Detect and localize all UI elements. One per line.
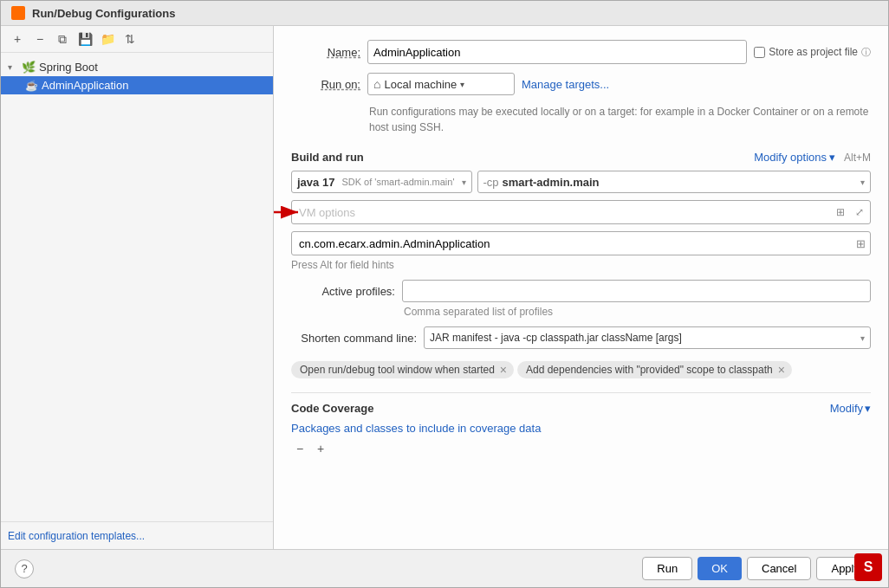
coverage-hint: Packages and classes to include in cover… [291, 422, 871, 435]
app-icon [11, 6, 25, 20]
vm-options-field: ⊞ ⤢ [291, 200, 871, 224]
cp-select[interactable]: -cp smart-admin.main ▾ [477, 171, 871, 193]
code-coverage-header: Code Coverage Modify ▾ [291, 402, 871, 415]
shorten-select[interactable]: JAR manifest - java -cp classpath.jar cl… [424, 326, 871, 349]
save-config-button[interactable]: 💾 [75, 29, 94, 48]
profiles-row: Active profiles: [291, 280, 871, 302]
home-icon: ⌂ [373, 77, 380, 91]
shorten-row: Shorten command line: JAR manifest - jav… [291, 326, 871, 349]
java-icon: ☕ [25, 80, 38, 92]
name-label: Name: [291, 46, 360, 59]
config-tree: ▾ 🌿 Spring Boot ☕ AdminApplication [1, 53, 273, 521]
main-class-field: ⊞ [291, 231, 871, 255]
ok-button[interactable]: OK [698, 557, 742, 580]
store-checkbox[interactable] [754, 47, 765, 58]
remove-config-button[interactable]: − [30, 29, 49, 48]
browse-icon[interactable]: ⊞ [856, 237, 866, 250]
chip-2: Add dependencies with "provided" scope t… [517, 361, 792, 378]
help-button[interactable]: ? [15, 559, 34, 578]
copy-config-button[interactable]: ⧉ [53, 29, 72, 48]
active-profiles-input[interactable] [402, 280, 871, 302]
coverage-highlight: coverage data [470, 422, 541, 435]
sort-config-button[interactable]: ⇅ [120, 29, 140, 48]
store-label: Store as project file [769, 46, 858, 58]
chip-1-close[interactable]: × [500, 364, 507, 376]
vm-icons: ⊞ ⤢ [833, 204, 867, 220]
bottom-bar: ? Run OK Cancel Apply [1, 549, 888, 587]
chevron-down-icon: ▾ [462, 178, 466, 187]
main-content: + − ⧉ 💾 📁 ⇅ ▾ 🌿 Spring Boot ☕ AdminAppli [1, 26, 888, 549]
sdk-version: java 17 [297, 176, 334, 189]
title-bar: Run/Debug Configurations [1, 1, 888, 26]
sdk-row: java 17 SDK of 'smart-admin.main' ▾ -cp … [291, 171, 871, 193]
add-config-button[interactable]: + [8, 29, 27, 48]
dialog-buttons: Run OK Cancel Apply [642, 557, 874, 580]
admin-application-item[interactable]: ☕ AdminApplication [1, 76, 273, 94]
vm-options-input[interactable] [291, 200, 871, 224]
name-input[interactable] [367, 40, 747, 64]
modify-label: Modify [830, 402, 863, 415]
vm-external-icon[interactable]: ⤢ [852, 204, 867, 220]
coverage-plus-button[interactable]: + [312, 440, 329, 457]
run-on-row: Run on: ⌂ Local machine ▾ Manage targets… [291, 73, 871, 95]
coverage-mini-toolbar: − + [291, 440, 871, 457]
run-button[interactable]: Run [642, 557, 692, 580]
shorten-label: Shorten command line: [291, 332, 417, 345]
modify-options-button[interactable]: Modify options ▾ [754, 151, 835, 164]
corner-badge: S [854, 553, 882, 581]
store-icon: ⓘ [861, 46, 871, 59]
chip-1-label: Open run/debug tool window when started [300, 364, 495, 376]
left-toolbar: + − ⧉ 💾 📁 ⇅ [1, 26, 273, 53]
sdk-select[interactable]: java 17 SDK of 'smart-admin.main' ▾ [291, 171, 472, 193]
folder-config-button[interactable]: 📁 [98, 29, 117, 48]
name-row: Name: Store as project file ⓘ [291, 40, 871, 64]
cp-value: smart-admin.main [503, 176, 600, 189]
manage-targets-link[interactable]: Manage targets... [522, 78, 609, 91]
chips-area: Open run/debug tool window when started … [291, 361, 871, 384]
cp-flag: -cp [483, 176, 499, 189]
run-debug-dialog: Run/Debug Configurations + − ⧉ 💾 📁 ⇅ ▾ 🌿… [0, 0, 889, 588]
chevron-down-icon: ▾ [8, 62, 18, 72]
coverage-hint-text: Packages and classes to include in [291, 422, 470, 435]
chevron-down-icon: ▾ [860, 333, 865, 343]
left-bottom: Edit configuration templates... [1, 521, 273, 549]
right-panel: Name: Store as project file ⓘ Run on: ⌂ … [274, 26, 888, 549]
coverage-minus-button[interactable]: − [291, 440, 308, 457]
press-alt-hint: Press Alt for field hints [291, 259, 871, 271]
config-item-label: AdminApplication [42, 79, 128, 92]
build-run-header: Build and run Modify options ▾ Alt+M [291, 151, 871, 164]
group-label: Spring Boot [39, 61, 98, 74]
store-checkbox-area: Store as project file ⓘ [754, 46, 871, 59]
chip-2-label: Add dependencies with "provided" scope t… [526, 364, 773, 376]
vm-expand-icon[interactable]: ⊞ [833, 204, 848, 220]
cancel-button[interactable]: Cancel [747, 557, 811, 580]
code-coverage-title: Code Coverage [291, 402, 373, 415]
spring-boot-group: ▾ 🌿 Spring Boot ☕ AdminApplication [1, 56, 273, 96]
spring-boot-group-item[interactable]: ▾ 🌿 Spring Boot [1, 58, 273, 76]
sdk-label: SDK of 'smart-admin.main' [341, 177, 454, 187]
shorten-value: JAR manifest - java -cp classpath.jar cl… [430, 332, 857, 344]
chevron-down-icon: ▾ [865, 402, 871, 415]
profiles-hint: Comma separated list of profiles [404, 306, 871, 318]
spring-icon: 🌿 [22, 61, 36, 74]
chip-1: Open run/debug tool window when started … [291, 361, 514, 378]
shortcut-hint: Alt+M [844, 152, 871, 164]
edit-templates-link[interactable]: Edit configuration templates... [8, 530, 145, 542]
chip-2-close[interactable]: × [778, 364, 785, 376]
active-profiles-label: Active profiles: [291, 285, 395, 298]
chevron-down-icon: ▾ [460, 80, 464, 89]
main-class-input[interactable] [291, 231, 871, 255]
run-on-label: Run on: [291, 78, 360, 91]
left-panel: + − ⧉ 💾 📁 ⇅ ▾ 🌿 Spring Boot ☕ AdminAppli [1, 26, 274, 549]
run-on-value: Local machine [384, 78, 457, 91]
chevron-down-icon: ▾ [860, 178, 865, 187]
dialog-title: Run/Debug Configurations [32, 7, 175, 20]
chevron-down-icon: ▾ [829, 151, 835, 164]
modify-options-label: Modify options [754, 151, 827, 164]
info-text: Run configurations may be executed local… [369, 104, 871, 135]
code-coverage-section: Code Coverage Modify ▾ Packages and clas… [291, 392, 871, 457]
build-run-title: Build and run [291, 151, 364, 164]
run-on-select[interactable]: ⌂ Local machine ▾ [367, 73, 515, 95]
modify-coverage-button[interactable]: Modify ▾ [830, 402, 871, 415]
